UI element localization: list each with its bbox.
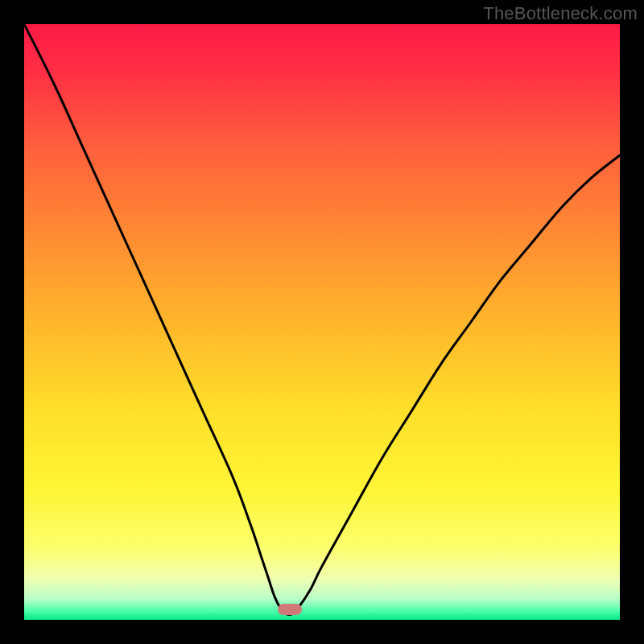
bottleneck-curve (24, 24, 620, 615)
minimum-marker (278, 604, 302, 615)
curve-layer (24, 24, 620, 620)
chart-stage: TheBottleneck.com (0, 0, 644, 644)
watermark-text: TheBottleneck.com (483, 3, 638, 24)
plot-area (24, 24, 620, 620)
